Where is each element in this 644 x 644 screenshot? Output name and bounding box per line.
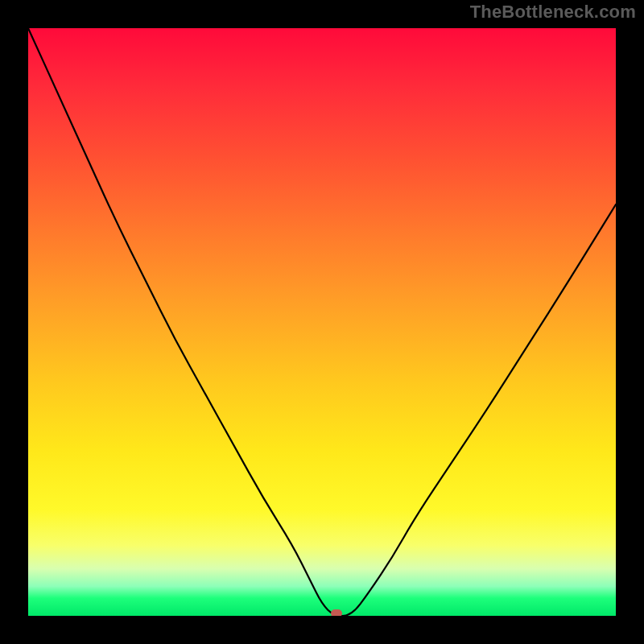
watermark-label: TheBottleneck.com bbox=[470, 2, 636, 23]
bottleneck-curve bbox=[28, 28, 616, 616]
curve-path bbox=[28, 28, 616, 616]
chart-frame: TheBottleneck.com bbox=[0, 0, 644, 644]
plot-area bbox=[28, 28, 616, 616]
optimum-marker bbox=[331, 609, 342, 616]
